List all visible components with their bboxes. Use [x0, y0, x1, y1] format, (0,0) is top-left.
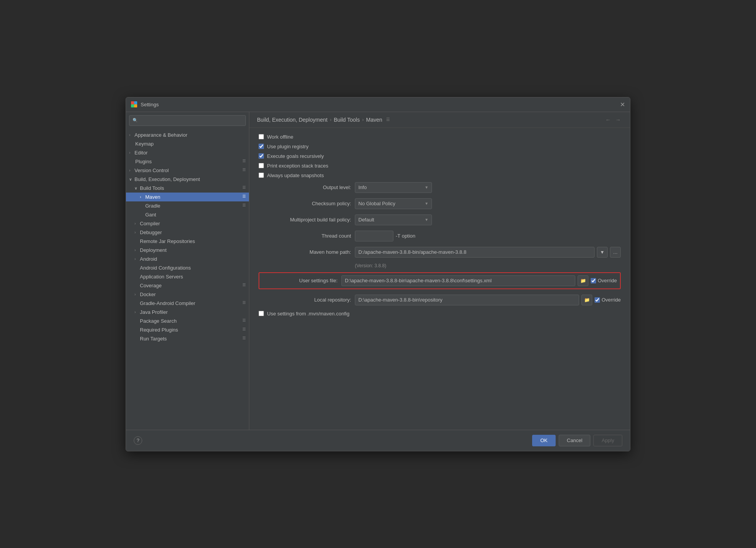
sidebar-item-gradle[interactable]: Gradle ☰ — [126, 201, 249, 210]
sidebar-item-docker[interactable]: › Docker — [126, 290, 249, 299]
local-repository-row: Local repository: 📁 Override — [259, 295, 621, 305]
sidebar-item-application-servers[interactable]: Application Servers — [126, 272, 249, 281]
nav-back-button[interactable]: ← — [604, 116, 612, 124]
sidebar-item-java-profiler[interactable]: › Java Profiler — [126, 308, 249, 317]
breadcrumb-separator: › — [362, 117, 364, 122]
footer-left: ? — [134, 436, 529, 445]
cancel-button[interactable]: Cancel — [559, 435, 590, 446]
sidebar-item-gradle-android-compiler[interactable]: Gradle-Android Compiler ☰ — [126, 299, 249, 308]
user-settings-file-input[interactable] — [341, 275, 575, 286]
local-repository-value: 📁 Override — [355, 295, 621, 305]
title-bar: Settings ✕ — [126, 97, 630, 112]
sidebar-item-gant[interactable]: Gant — [126, 210, 249, 219]
sidebar-item-label: Maven — [145, 194, 240, 200]
checksum-policy-value: No Global Policy ▼ — [355, 198, 621, 209]
execute-goals-recursively-label: Execute goals recursively — [267, 153, 324, 159]
sidebar-item-editor[interactable]: › Editor — [126, 148, 249, 157]
sidebar-item-maven[interactable]: › Maven ☰ — [126, 193, 249, 201]
sidebar-item-android-configurations[interactable]: Android Configurations — [126, 263, 249, 272]
svg-rect-0 — [131, 101, 134, 104]
sidebar-item-label: Build Tools — [140, 185, 240, 191]
work-offline-checkbox[interactable] — [259, 134, 264, 139]
thread-count-label: Thread count — [259, 233, 351, 239]
always-update-snapshots-row: Always update snapshots — [259, 173, 621, 178]
breadcrumb-menu-icon[interactable]: ☰ — [386, 117, 390, 122]
sidebar-item-android[interactable]: › Android — [126, 255, 249, 263]
sidebar-item-compiler[interactable]: › Compiler — [126, 219, 249, 228]
sidebar-item-remote-jar-repositories[interactable]: Remote Jar Repositories — [126, 237, 249, 246]
sidebar-item-version-control[interactable]: › Version Control ☰ — [126, 166, 249, 175]
breadcrumb-item-build-tools: Build Tools — [334, 117, 360, 123]
app-icon — [131, 101, 138, 108]
user-settings-file-override-checkbox[interactable] — [591, 278, 596, 283]
multiproject-build-fail-policy-label: Multiproject build fail policy: — [259, 217, 351, 223]
print-exception-checkbox[interactable] — [259, 163, 264, 168]
settings-icon: ☰ — [240, 283, 246, 288]
sidebar-item-appearance[interactable]: › Appearance & Behavior — [126, 131, 249, 139]
work-offline-row: Work offline — [259, 134, 621, 140]
chevron-icon: ∨ — [134, 186, 140, 190]
sidebar-item-build-tools[interactable]: ∨ Build Tools ☰ — [126, 184, 249, 193]
chevron-icon: › — [134, 221, 140, 226]
use-plugin-registry-label: Use plugin registry — [267, 144, 309, 149]
sidebar-item-label: Gant — [145, 212, 246, 218]
ok-button[interactable]: OK — [532, 435, 556, 446]
checksum-policy-dropdown[interactable]: No Global Policy ▼ — [355, 198, 432, 209]
use-plugin-registry-checkbox[interactable] — [259, 144, 264, 149]
user-settings-file-browse-btn[interactable]: 📁 — [578, 275, 588, 286]
output-level-value: Info ▼ — [355, 182, 621, 193]
local-repository-input[interactable] — [355, 295, 579, 305]
user-settings-file-value: 📁 Override — [341, 275, 617, 286]
local-repository-override-checkbox[interactable] — [595, 297, 600, 303]
thread-count-input[interactable] — [355, 231, 393, 241]
sidebar-item-debugger[interactable]: › Debugger — [126, 228, 249, 237]
maven-home-path-input[interactable] — [355, 247, 595, 258]
sidebar-item-keymap[interactable]: Keymap — [126, 139, 249, 148]
always-update-snapshots-label: Always update snapshots — [267, 173, 324, 178]
help-button[interactable]: ? — [134, 436, 142, 445]
maven-version-text: (Version: 3.8.8) — [355, 263, 621, 268]
close-button[interactable]: ✕ — [619, 101, 625, 107]
settings-icon: ☰ — [240, 203, 246, 208]
sidebar-item-run-targets[interactable]: Run Targets ☰ — [126, 334, 249, 343]
svg-rect-2 — [131, 104, 134, 107]
sidebar-item-label: Debugger — [140, 230, 246, 235]
local-repository-browse-btn[interactable]: 📁 — [581, 295, 592, 305]
apply-button[interactable]: Apply — [593, 435, 622, 446]
sidebar-item-label: Application Servers — [140, 274, 246, 280]
sidebar-item-deployment[interactable]: › Deployment — [126, 246, 249, 255]
sidebar-item-package-search[interactable]: Package Search ☰ — [126, 317, 249, 325]
settings-icon: ☰ — [240, 194, 246, 199]
search-box[interactable]: 🔍 — [129, 115, 246, 126]
dropdown-arrow-icon: ▼ — [425, 201, 428, 206]
nav-arrows: ← → — [604, 116, 622, 124]
checksum-policy-label: Checksum policy: — [259, 201, 351, 206]
checksum-policy-selected: No Global Policy — [358, 201, 395, 206]
nav-forward-button[interactable]: → — [614, 116, 622, 124]
use-settings-from-mvn-checkbox[interactable] — [259, 311, 264, 316]
maven-home-dropdown-btn[interactable]: ▼ — [597, 247, 608, 258]
output-level-dropdown[interactable]: Info ▼ — [355, 182, 432, 193]
print-exception-row: Print exception stack traces — [259, 163, 621, 169]
local-repository-override: Override — [595, 297, 621, 303]
multiproject-build-fail-policy-dropdown[interactable]: Default ▼ — [355, 215, 432, 225]
always-update-snapshots-checkbox[interactable] — [259, 173, 264, 178]
work-offline-label: Work offline — [267, 134, 293, 140]
maven-home-browse-btn[interactable]: … — [610, 247, 621, 258]
breadcrumb-item-build: Build, Execution, Deployment — [257, 117, 328, 123]
t-option-label: -T option — [396, 233, 415, 239]
sidebar-item-plugins[interactable]: Plugins ☰ — [126, 157, 249, 166]
svg-rect-3 — [134, 104, 137, 107]
chevron-icon: › — [129, 133, 134, 137]
thread-count-row: Thread count -T option — [259, 231, 621, 241]
search-icon: 🔍 — [133, 118, 138, 123]
sidebar-item-required-plugins[interactable]: Required Plugins ☰ — [126, 325, 249, 334]
output-level-selected: Info — [358, 184, 367, 190]
sidebar-item-build-execution-deployment[interactable]: ∨ Build, Execution, Deployment — [126, 175, 249, 184]
execute-goals-recursively-checkbox[interactable] — [259, 153, 264, 159]
breadcrumb-item-maven: Maven — [366, 117, 382, 123]
sidebar-item-coverage[interactable]: Coverage ☰ — [126, 281, 249, 290]
thread-count-value: -T option — [355, 231, 621, 241]
maven-home-path-row: Maven home path: ▼ … — [259, 247, 621, 258]
settings-icon: ☰ — [240, 327, 246, 332]
